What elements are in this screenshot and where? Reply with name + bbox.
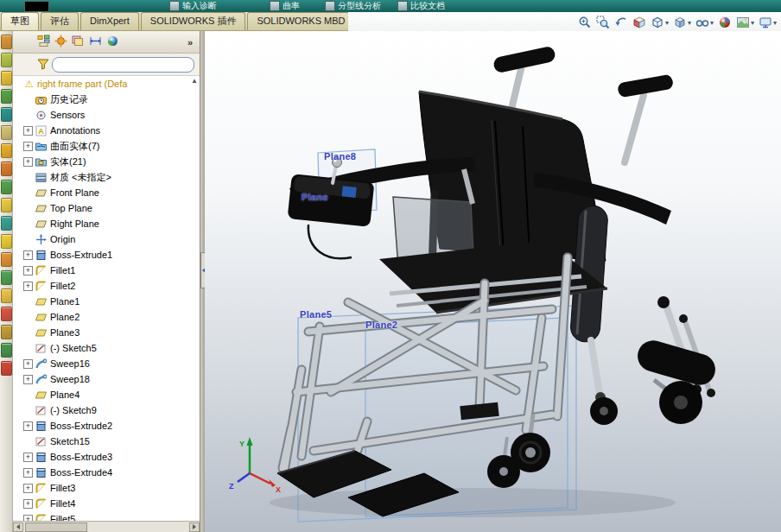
expand-toggle[interactable]: + <box>23 375 33 384</box>
propertymanager-tab-icon[interactable] <box>54 35 67 49</box>
tree-item[interactable]: Top Plane <box>13 200 200 216</box>
plane-label[interactable]: Plane <box>302 192 328 202</box>
top-toolbar-item[interactable]: 分型线分析 <box>325 0 381 12</box>
top-toolbar-item[interactable]: 输入诊断 <box>169 0 217 12</box>
task-pane-icon[interactable] <box>1 107 12 122</box>
task-pane-icon[interactable] <box>1 125 12 140</box>
tree-item[interactable]: Plane3 <box>13 325 200 340</box>
dropdown-caret-icon[interactable]: ▾ <box>665 19 669 27</box>
scroll-thumb[interactable] <box>25 522 87 532</box>
scroll-right-button[interactable] <box>189 522 200 532</box>
tree-scroll-up-button[interactable]: ▲ <box>191 77 198 85</box>
tree-item[interactable]: +实体(21) <box>13 154 200 169</box>
graphics-viewport[interactable]: Y X Z Plane8PlanePlane5Plane2 <box>205 31 781 532</box>
task-pane-icon[interactable] <box>1 216 12 231</box>
tree-root-item[interactable]: ⚠ right frame part (Defa <box>13 76 200 92</box>
tree-item[interactable]: +Fillet3 <box>13 480 200 496</box>
tree-filter-input[interactable] <box>52 57 194 73</box>
expand-toggle[interactable]: + <box>23 282 33 291</box>
expand-toggle[interactable]: + <box>23 250 33 260</box>
tree-item[interactable]: Plane1 <box>13 294 200 309</box>
top-toolbar-item[interactable]: 曲率 <box>270 0 300 12</box>
tree-item[interactable]: (-) Sketch9 <box>13 402 200 418</box>
top-toolbar-item[interactable]: 比较文档 <box>397 0 445 12</box>
tab-SOLIDWORKS 插件[interactable]: SOLIDWORKS 插件 <box>141 12 246 30</box>
scroll-left-button[interactable] <box>13 522 23 532</box>
expand-toggle[interactable]: + <box>23 468 33 478</box>
tree-item[interactable]: +Fillet1 <box>13 263 200 278</box>
zoom-fit-icon[interactable] <box>577 14 593 31</box>
display-style-icon[interactable]: ▾ <box>672 14 692 31</box>
tree-item[interactable]: Right Plane <box>13 216 200 231</box>
task-pane-icon[interactable] <box>1 307 12 321</box>
tab-草图[interactable]: 草图 <box>1 12 39 30</box>
task-pane-icon[interactable] <box>1 325 12 339</box>
task-pane-icon[interactable] <box>1 71 12 86</box>
section-view-icon[interactable] <box>632 14 647 31</box>
edit-appearance-icon[interactable] <box>717 14 733 31</box>
expand-toggle[interactable]: + <box>23 157 33 167</box>
expand-toggle[interactable]: + <box>23 266 33 276</box>
task-pane-icon[interactable] <box>1 162 12 176</box>
task-pane-icon[interactable] <box>1 89 12 104</box>
dropdown-caret-icon[interactable]: ▾ <box>710 19 714 27</box>
task-pane-icon[interactable] <box>1 198 12 212</box>
plane-label[interactable]: Plane2 <box>365 320 397 330</box>
plane-label[interactable]: Plane5 <box>300 309 332 320</box>
apply-scene-icon[interactable]: ▾ <box>735 14 755 31</box>
tree-item[interactable]: Sketch15 <box>13 434 200 449</box>
tree-item[interactable]: +AAnnotations <box>13 123 200 138</box>
task-pane-icon[interactable] <box>1 180 12 194</box>
task-pane-icon[interactable] <box>1 361 12 376</box>
tree-item[interactable]: +Boss-Extrude2 <box>13 418 200 434</box>
view-settings-icon[interactable]: ▾ <box>758 14 778 31</box>
view-orientation-icon[interactable]: ▾ <box>650 14 670 31</box>
previous-view-icon[interactable] <box>613 14 629 31</box>
expand-toggle[interactable]: + <box>23 484 33 493</box>
wheelchair-model-canvas[interactable]: Y X Z <box>205 31 781 532</box>
task-pane-icon[interactable] <box>1 252 12 267</box>
expand-toggle[interactable]: + <box>23 142 33 151</box>
task-pane-icon[interactable] <box>1 288 12 303</box>
header-overflow-button[interactable]: » <box>187 37 200 48</box>
hide-show-items-icon[interactable]: ▾ <box>695 14 714 31</box>
featuremanager-tab-icon[interactable] <box>37 35 50 49</box>
configurationmanager-tab-icon[interactable] <box>72 35 85 49</box>
tree-item[interactable]: Plane4 <box>13 387 200 402</box>
tree-item[interactable]: +Boss-Extrude1 <box>13 247 200 263</box>
tree-item[interactable]: +Sweep16 <box>13 356 200 371</box>
tree-item[interactable]: +Fillet4 <box>13 496 200 511</box>
task-pane-icon[interactable] <box>1 234 12 249</box>
tab-DimXpert[interactable]: DimXpert <box>80 12 139 30</box>
task-pane-icon[interactable] <box>1 53 12 67</box>
task-pane-icon[interactable] <box>1 270 12 285</box>
color-swatch[interactable] <box>24 1 49 12</box>
tree-item[interactable]: (-) Sketch5 <box>13 340 200 356</box>
tree-item[interactable]: Plane2 <box>13 309 200 325</box>
tab-评估[interactable]: 评估 <box>41 12 79 30</box>
expand-toggle[interactable]: + <box>23 359 33 369</box>
tree-item[interactable]: +Sweep18 <box>13 371 200 387</box>
tree-item[interactable]: Origin <box>13 231 200 247</box>
tree-item[interactable]: +Boss-Extrude4 <box>13 465 200 480</box>
zoom-area-icon[interactable] <box>595 14 611 31</box>
tree-item[interactable]: 材质 <未指定> <box>13 169 200 185</box>
expand-toggle[interactable]: + <box>23 453 33 462</box>
tab-SOLIDWORKS MBD[interactable]: SOLIDWORKS MBD <box>247 12 354 30</box>
task-pane-icon[interactable] <box>1 343 12 358</box>
expand-toggle[interactable]: + <box>23 499 33 509</box>
tree-item[interactable]: +曲面实体(7) <box>13 138 200 154</box>
dimxpertmanager-tab-icon[interactable] <box>89 35 102 49</box>
expand-toggle[interactable]: + <box>23 421 33 431</box>
task-pane-icon[interactable] <box>1 35 12 49</box>
displaymanager-tab-icon[interactable] <box>106 35 119 49</box>
dropdown-caret-icon[interactable]: ▾ <box>773 19 777 27</box>
plane-label[interactable]: Plane8 <box>324 151 356 162</box>
task-pane-icon[interactable] <box>1 143 12 158</box>
dropdown-caret-icon[interactable]: ▾ <box>751 19 754 27</box>
expand-toggle[interactable]: + <box>23 126 33 136</box>
tree-horizontal-scrollbar[interactable] <box>13 521 200 532</box>
tree-item[interactable]: Front Plane <box>13 185 200 200</box>
tree-item[interactable]: +Fillet2 <box>13 278 200 294</box>
tree-item[interactable]: Sensors <box>13 107 200 123</box>
